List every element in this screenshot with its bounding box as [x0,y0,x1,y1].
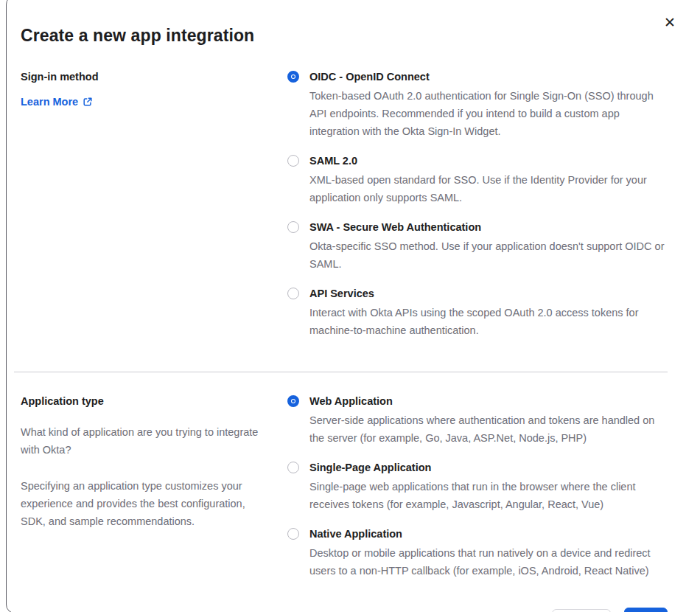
option-api-services-description: Interact with Okta APIs using the scoped… [309,304,668,339]
application-type-question: What kind of application are you trying … [21,423,265,459]
sign-in-method-left-column: Sign-in method Learn More [21,69,287,339]
radio-swa-icon[interactable] [287,221,299,233]
option-swa-label: SWA - Secure Web Authentication [309,219,668,235]
option-single-page-application-label: Single-Page Application [309,459,668,476]
radio-api-services-icon[interactable] [287,288,299,299]
option-native-application[interactable]: Native Application Desktop or mobile app… [287,526,668,580]
section-divider [14,372,668,372]
next-button[interactable]: Next [624,608,668,612]
page-title: Create a new app integration [21,26,668,46]
option-oidc-description: Token-based OAuth 2.0 authentication for… [309,87,668,140]
option-api-services[interactable]: API Services Interact with Okta APIs usi… [287,285,668,339]
external-link-icon [83,97,93,107]
dialog-footer: Cancel Next [21,608,668,612]
application-type-explanation: Specifying an application type customize… [21,477,265,530]
section-application-type: Application type What kind of applicatio… [21,393,668,580]
cancel-button[interactable]: Cancel [552,609,611,612]
option-single-page-application[interactable]: Single-Page Application Single-page web … [287,459,668,513]
radio-web-application-selected-icon[interactable] [287,395,299,407]
option-native-application-label: Native Application [309,526,668,542]
option-oidc[interactable]: OIDC - OpenID Connect Token-based OAuth … [287,69,668,140]
option-saml[interactable]: SAML 2.0 XML-based open standard for SSO… [287,153,668,206]
option-oidc-label: OIDC - OpenID Connect [309,69,668,85]
learn-more-label: Learn More [21,94,78,110]
sign-in-method-options: OIDC - OpenID Connect Token-based OAuth … [287,69,668,339]
dialog-content: Create a new app integration Sign-in met… [7,0,668,612]
application-type-options: Web Application Server-side applications… [287,393,668,580]
option-saml-label: SAML 2.0 [309,153,668,169]
option-swa[interactable]: SWA - Secure Web Authentication Okta-spe… [287,219,668,273]
radio-native-application-icon[interactable] [287,528,299,540]
application-type-left-column: Application type What kind of applicatio… [21,393,287,580]
option-web-application-description: Server-side applications where authentic… [309,411,668,447]
radio-saml-icon[interactable] [287,155,299,167]
option-web-application-label: Web Application [309,393,668,409]
option-swa-description: Okta-specific SSO method. Use if your ap… [309,237,668,273]
option-single-page-application-description: Single-page web applications that run in… [309,478,668,513]
create-app-integration-dialog: ✕ Create a new app integration Sign-in m… [6,0,700,612]
radio-oidc-selected-icon[interactable] [287,71,299,83]
option-web-application[interactable]: Web Application Server-side applications… [287,393,668,447]
application-type-label: Application type [21,393,265,409]
section-sign-in-method: Sign-in method Learn More [21,69,668,339]
option-native-application-description: Desktop or mobile applications that run … [309,544,668,580]
option-api-services-label: API Services [309,285,668,302]
sign-in-method-label: Sign-in method [21,69,265,85]
radio-single-page-application-icon[interactable] [287,462,299,473]
option-saml-description: XML-based open standard for SSO. Use if … [309,171,668,206]
learn-more-link[interactable]: Learn More [21,94,93,110]
